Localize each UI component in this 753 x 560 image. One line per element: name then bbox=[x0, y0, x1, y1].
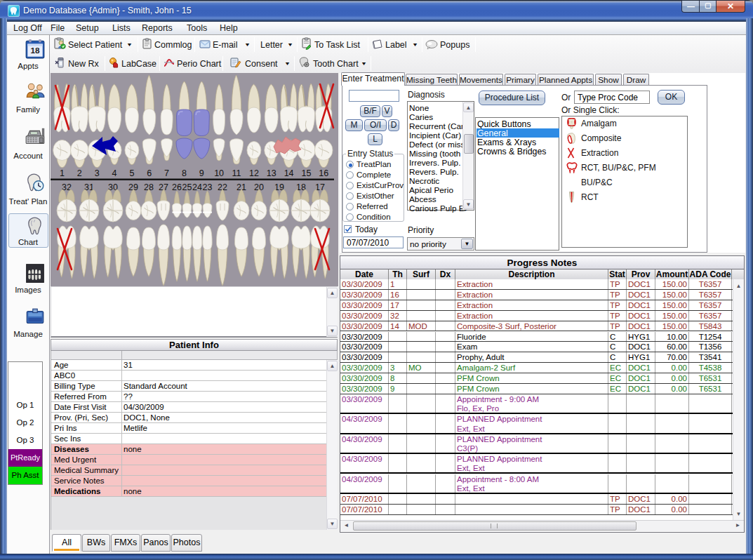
svg-text:11: 11 bbox=[232, 168, 241, 178]
svg-text:4: 4 bbox=[112, 168, 117, 178]
svg-text:18: 18 bbox=[30, 46, 40, 55]
svg-text:10: 10 bbox=[214, 168, 224, 178]
svg-text:12: 12 bbox=[249, 168, 259, 178]
svg-text:16: 16 bbox=[319, 168, 328, 178]
svg-text:7: 7 bbox=[164, 168, 169, 178]
svg-text:14: 14 bbox=[284, 168, 294, 178]
svg-text:13: 13 bbox=[267, 168, 276, 178]
svg-text:1: 1 bbox=[60, 168, 65, 178]
svg-text:15: 15 bbox=[301, 168, 311, 178]
svg-text:6: 6 bbox=[147, 168, 152, 178]
svg-text:5: 5 bbox=[129, 168, 134, 178]
svg-text:8: 8 bbox=[182, 168, 187, 178]
svg-text:3: 3 bbox=[95, 168, 100, 178]
svg-text:9: 9 bbox=[199, 168, 204, 178]
svg-text:2: 2 bbox=[77, 168, 82, 178]
